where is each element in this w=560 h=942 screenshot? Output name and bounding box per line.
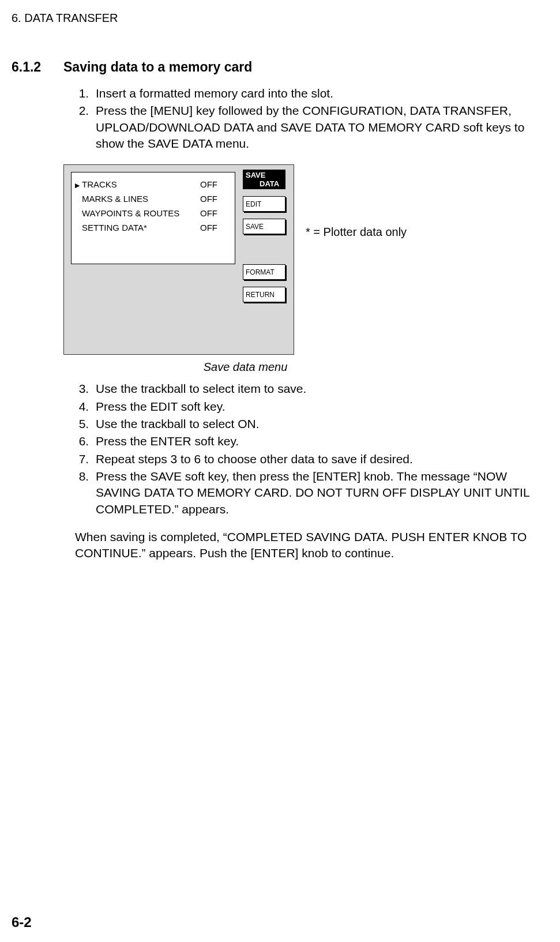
softkey-label-line1: SAVE: [246, 171, 265, 179]
figure-save-data-menu: ▶TRACKS OFF MARKS & LINES OFF WAYPOINTS …: [63, 164, 548, 355]
menu-row-label: TRACKS: [82, 179, 117, 189]
section-number: 6.1.2: [12, 59, 63, 75]
step-item: Press the [MENU] key followed by the CON…: [92, 103, 548, 152]
figure-caption: Save data menu: [0, 361, 548, 374]
step-item: Press the SAVE soft key, then press the …: [92, 468, 548, 517]
menu-row-tracks[interactable]: ▶TRACKS OFF: [74, 178, 229, 193]
chapter-header: 6. DATA TRANSFER: [12, 12, 548, 25]
steps-top: Insert a formatted memory card into the …: [75, 85, 548, 152]
menu-row-marks[interactable]: MARKS & LINES OFF: [74, 193, 229, 207]
softkey-label: RETURN: [246, 291, 275, 299]
section-title-text: Saving data to a memory card: [63, 59, 252, 74]
steps-top-wrap: Insert a formatted memory card into the …: [12, 85, 548, 152]
closing-paragraph: When saving is completed, “COMPLETED SAV…: [12, 529, 548, 562]
cursor-icon: ▶: [75, 182, 82, 189]
step-item: Use the trackball to select item to save…: [92, 381, 548, 397]
step-item: Insert a formatted memory card into the …: [92, 85, 548, 102]
menu-row-label: SETTING DATA*: [82, 223, 147, 232]
menu-row-waypoints[interactable]: WAYPOINTS & ROUTES OFF: [74, 207, 229, 222]
softkey-save[interactable]: SAVE: [243, 219, 285, 234]
softkeys: SAVE DATA EDIT SAVE FORMAT RETURN: [243, 170, 285, 305]
softkey-label: SAVE: [246, 223, 264, 231]
softkey-format[interactable]: FORMAT: [243, 264, 285, 280]
menu-row-setting-data[interactable]: SETTING DATA* OFF: [74, 222, 229, 236]
step-item: Press the ENTER soft key.: [92, 433, 548, 449]
softkey-label-line2: DATA: [246, 180, 283, 188]
menu-row-value: OFF: [200, 179, 217, 189]
menu-row-value: OFF: [200, 194, 217, 204]
step-item: Repeat steps 3 to 6 to choose other data…: [92, 451, 548, 467]
softkey-label: EDIT: [246, 200, 261, 208]
softkey-edit[interactable]: EDIT: [243, 196, 285, 212]
step-item: Use the trackball to select ON.: [92, 416, 548, 432]
menu-row-value: OFF: [200, 208, 217, 218]
menu-row-value: OFF: [200, 223, 217, 232]
softkey-label: FORMAT: [246, 268, 275, 276]
steps-bottom-wrap: Use the trackball to select item to save…: [12, 381, 548, 517]
step-item: Press the EDIT soft key.: [92, 399, 548, 415]
annotation-plotter: * = Plotter data only: [306, 226, 407, 239]
menu-panel: ▶TRACKS OFF MARKS & LINES OFF WAYPOINTS …: [71, 172, 235, 264]
menu-row-label: WAYPOINTS & ROUTES: [82, 208, 179, 218]
softkey-save-data[interactable]: SAVE DATA: [243, 170, 285, 189]
menu-row-label: MARKS & LINES: [82, 194, 148, 204]
page-number: 6-2: [12, 914, 32, 930]
steps-bottom: Use the trackball to select item to save…: [75, 381, 548, 517]
section-title: 6.1.2Saving data to a memory card: [12, 59, 548, 75]
softkey-return[interactable]: RETURN: [243, 287, 285, 302]
device-screen: ▶TRACKS OFF MARKS & LINES OFF WAYPOINTS …: [63, 164, 294, 355]
